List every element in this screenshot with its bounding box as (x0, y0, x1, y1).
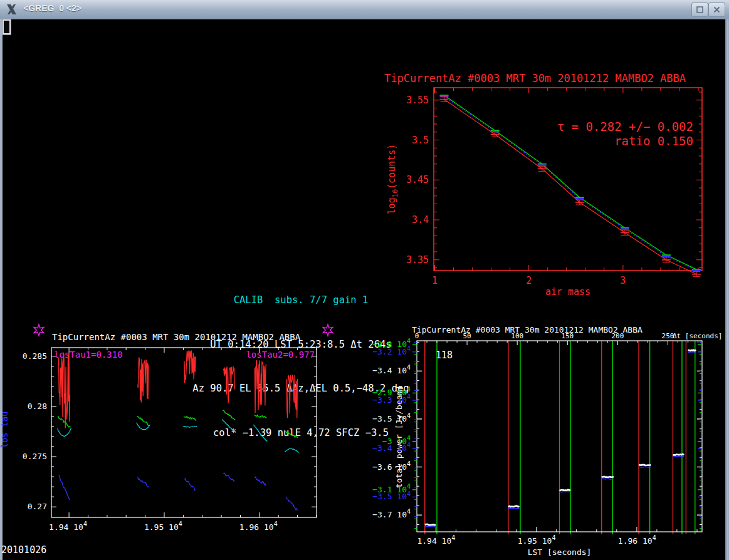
star-marker-icon (34, 324, 44, 336)
skydip-y-tick: 3.45 (406, 174, 429, 185)
totalpower-x-tick: 1.95 104 (518, 534, 556, 546)
totalpower-title: TipCurrentAz #0003 MRT 30m 20101212 MAMB… (412, 325, 642, 334)
resize-sash[interactable] (3, 19, 11, 34)
delta-t-axis-title: Δt [seconds] (673, 332, 722, 340)
skydip-y-tick: 3.5 (412, 135, 429, 146)
maximize-icon (696, 6, 703, 13)
lostau-cluster (183, 351, 197, 490)
x11-logo-icon (6, 4, 18, 15)
skydip-x-axis-title: air mass (545, 286, 590, 298)
lostau-y-tick: 0.28 (28, 402, 47, 411)
lostau-x-tick: 1.94 104 (49, 521, 87, 532)
lostau-y-tick: 0.27 (28, 502, 47, 511)
lostau-y-axis-title: los tau (0, 411, 9, 448)
lostau-y-tick: 0.285 (23, 351, 47, 361)
totalpower-y-tick-blue: −3.3 104 (372, 393, 411, 405)
delta-t-tick: 200 (611, 332, 624, 340)
totalpower-x-tick: 1.96 104 (618, 534, 656, 546)
lostau-cluster (222, 366, 236, 481)
skydip-title: TipCurrentAz #0003 MRT 30m 20101212 MAMB… (384, 72, 686, 85)
totalpower-y-tick-white: −3.5 104 (372, 412, 411, 423)
skydip-x-tick: 3 (620, 275, 626, 286)
skydip-x-tick: 1 (432, 275, 438, 286)
delta-t-tick: 50 (463, 332, 471, 340)
lostau-x-tick: 1.96 104 (239, 521, 278, 532)
lostau-cluster (137, 357, 150, 487)
window-title: <GREG 0 <2> (23, 3, 81, 13)
delta-t-tick: 0 (415, 332, 419, 340)
greg-window: <GREG 0 <2> TipCurrentAz #0003 MRT 30m 2… (0, 0, 729, 560)
skydip-axes (434, 88, 702, 271)
totalpower-y-tick-blue: −3.2 104 (372, 345, 411, 356)
lostau-x-tick: 1.95 104 (144, 521, 182, 532)
date-stamp: 20101026 (1, 544, 46, 556)
skydip-tau-annotation: τ = 0.282 +/− 0.002 (557, 120, 693, 133)
totalpower-y-tick-white: −3.6 104 (372, 460, 411, 472)
skydip-x-tick: 2 (526, 275, 532, 286)
lostau-y-tick: 0.275 (23, 452, 47, 461)
window-titlebar[interactable]: <GREG 0 <2> (0, 0, 729, 19)
skydip-text: TipCurrentAz #0003 MRT 30m 20101212 MAMB… (384, 72, 693, 298)
close-button[interactable] (708, 3, 725, 17)
totalpower-y-tick-white: −3.7 104 (372, 508, 411, 519)
skydip-y-axis-title: log10(counts) (386, 144, 399, 215)
calib-status-line: CALIB subs. 7/7 gain 1 (179, 293, 423, 308)
close-icon (713, 6, 720, 13)
skydip-ratio-annotation: ratio 0.150 (614, 134, 693, 148)
lostau-axes (51, 348, 317, 517)
y-scale-green (412, 345, 702, 528)
lostau-text: TipCurrentAz #0003 MRT 30m 20101212 MAMB… (0, 332, 315, 532)
skydip-plot: TipCurrentAz #0003 MRT 30m 20101212 MAMB… (373, 69, 727, 298)
y-scale-blue (412, 342, 702, 526)
totalpower-y-tick-blue: −3.4 104 (372, 442, 411, 453)
star-marker-icon (323, 324, 333, 336)
lostau-title: TipCurrentAz #0003 MRT 30m 20101212 MAMB… (52, 332, 301, 342)
skydip-y-tick: 3.4 (412, 214, 429, 226)
lostau2-label: losTau2=0.977 (246, 350, 315, 360)
delta-t-tick: 150 (561, 332, 574, 340)
totalpower-y-tick-blue: −3.5 104 (372, 490, 411, 502)
delta-t-tick: 100 (511, 332, 523, 340)
lostau-cluster (285, 375, 299, 511)
totalpower-data-segments (425, 350, 696, 527)
lostau-cluster (58, 353, 71, 500)
lostau-plot: TipCurrentAz #0003 MRT 30m 20101212 MAMB… (0, 323, 342, 548)
skydip-y-tick: 3.55 (406, 95, 429, 106)
totalpower-x-axis-title: LST [seconds] (528, 547, 592, 557)
maximize-button[interactable] (691, 3, 708, 17)
subscan-boundaries (425, 341, 695, 534)
totalpower-x-tick: 1.94 104 (417, 534, 455, 546)
totalpower-y-tick-white: −3.4 104 (372, 364, 411, 375)
lostau-cluster (253, 360, 267, 486)
totalpower-plot: TipCurrentAz #0003 MRT 30m 20101212 MAMB… (370, 323, 729, 560)
scan-number-label: 118 (436, 350, 453, 361)
